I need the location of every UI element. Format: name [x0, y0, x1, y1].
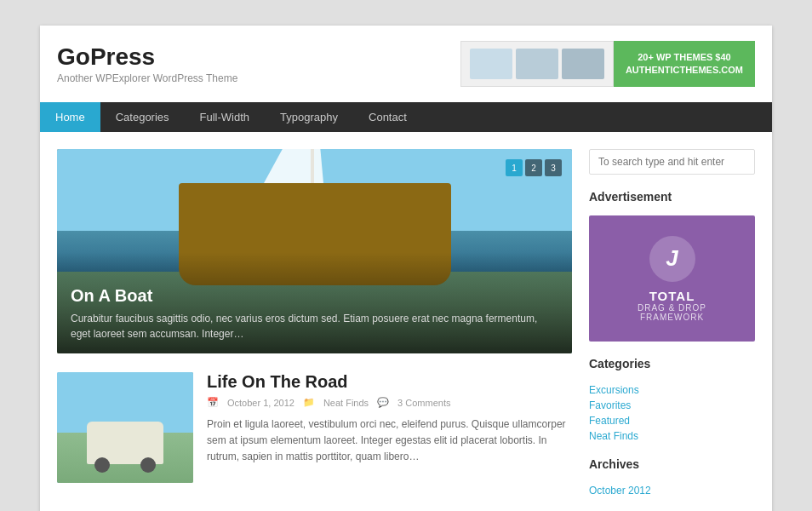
main-content: 1 2 3 On A Boat Curabitur faucibus sagit…	[57, 149, 572, 498]
post-comments: 3 Comments	[397, 398, 450, 408]
nav-item-typography[interactable]: Typography	[265, 102, 353, 132]
header-cta[interactable]: 20+ WP THEMES $40 AUTHENTICTHEMES.COM	[614, 41, 755, 87]
slider-caption-title: On A Boat	[71, 286, 558, 306]
post-item: Life On The Road 📅 October 1, 2012 📁 Nea…	[57, 372, 572, 483]
folder-icon: 📁	[303, 397, 315, 408]
post-title[interactable]: Life On The Road	[207, 372, 572, 392]
categories-section: Categories Excursions Favorites Featured…	[589, 357, 755, 444]
archive-october-2012[interactable]: October 2012	[589, 483, 755, 498]
category-favorites[interactable]: Favorites	[589, 398, 755, 413]
banner-thumb-2	[516, 49, 558, 79]
post-date: October 1, 2012	[227, 398, 294, 408]
content-area: 1 2 3 On A Boat Curabitur faucibus sagit…	[40, 132, 772, 511]
ad-sub2: FRAMEWORK	[640, 313, 704, 322]
site-tagline: Another WPExplorer WordPress Theme	[57, 72, 237, 84]
slider-dots: 1 2 3	[506, 159, 562, 176]
slider-dot-1[interactable]: 1	[506, 159, 523, 176]
page-wrapper: GoPress Another WPExplorer WordPress The…	[40, 26, 772, 511]
van-wheel-left	[94, 457, 110, 473]
slider-dot-2[interactable]: 2	[525, 159, 542, 176]
post-excerpt: Proin et ligula laoreet, vestibulum orci…	[207, 416, 572, 466]
site-header: GoPress Another WPExplorer WordPress The…	[40, 26, 772, 102]
slider-caption: On A Boat Curabitur faucibus sagittis od…	[57, 252, 572, 353]
slider-dot-3[interactable]: 3	[545, 159, 562, 176]
advertisement-title: Advertisement	[589, 190, 755, 207]
post-meta: 📅 October 1, 2012 📁 Neat Finds 💬 3 Comme…	[207, 397, 572, 408]
categories-title: Categories	[589, 357, 755, 374]
archives-section: Archives October 2012	[589, 457, 755, 498]
ad-logo-circle: J	[649, 236, 695, 282]
nav-item-fullwidth[interactable]: Full-Width	[185, 102, 266, 132]
header-right: 20+ WP THEMES $40 AUTHENTICTHEMES.COM	[460, 41, 755, 87]
comment-icon: 💬	[377, 397, 389, 408]
nav-item-home[interactable]: Home	[40, 102, 100, 132]
main-nav: Home Categories Full-Width Typography Co…	[40, 102, 772, 132]
calendar-icon: 📅	[207, 397, 219, 408]
cta-text: 20+ WP THEMES $40 AUTHENTICTHEMES.COM	[626, 51, 743, 78]
site-title: GoPress	[57, 43, 237, 71]
nav-item-contact[interactable]: Contact	[353, 102, 422, 132]
site-branding: GoPress Another WPExplorer WordPress The…	[57, 43, 237, 84]
van-wheel-right	[140, 457, 156, 473]
ad-title: TOTAL	[649, 289, 695, 303]
post-category: Neat Finds	[323, 398, 369, 408]
banner-thumb-3	[562, 49, 604, 79]
nav-item-categories[interactable]: Categories	[100, 102, 185, 132]
category-excursions[interactable]: Excursions	[589, 382, 755, 398]
search-input[interactable]	[589, 149, 755, 175]
post-content: Life On The Road 📅 October 1, 2012 📁 Nea…	[207, 372, 572, 483]
category-neat-finds[interactable]: Neat Finds	[589, 428, 755, 444]
banner-thumb-1	[470, 49, 512, 79]
sidebar: Advertisement J TOTAL DRAG & DROP FRAMEW…	[589, 149, 755, 498]
ad-sub1: DRAG & DROP	[638, 303, 706, 313]
header-banner	[460, 41, 614, 87]
post-thumbnail	[57, 372, 193, 483]
category-featured[interactable]: Featured	[589, 413, 755, 428]
featured-slider: 1 2 3 On A Boat Curabitur faucibus sagit…	[57, 149, 572, 353]
banner-thumbnails	[466, 45, 608, 83]
slider-caption-text: Curabitur faucibus sagittis odio, nec va…	[71, 311, 558, 342]
boat-sail	[264, 149, 323, 183]
archives-title: Archives	[589, 457, 755, 474]
advertisement-block: J TOTAL DRAG & DROP FRAMEWORK	[589, 215, 755, 342]
slider-image: 1 2 3 On A Boat Curabitur faucibus sagit…	[57, 149, 572, 353]
